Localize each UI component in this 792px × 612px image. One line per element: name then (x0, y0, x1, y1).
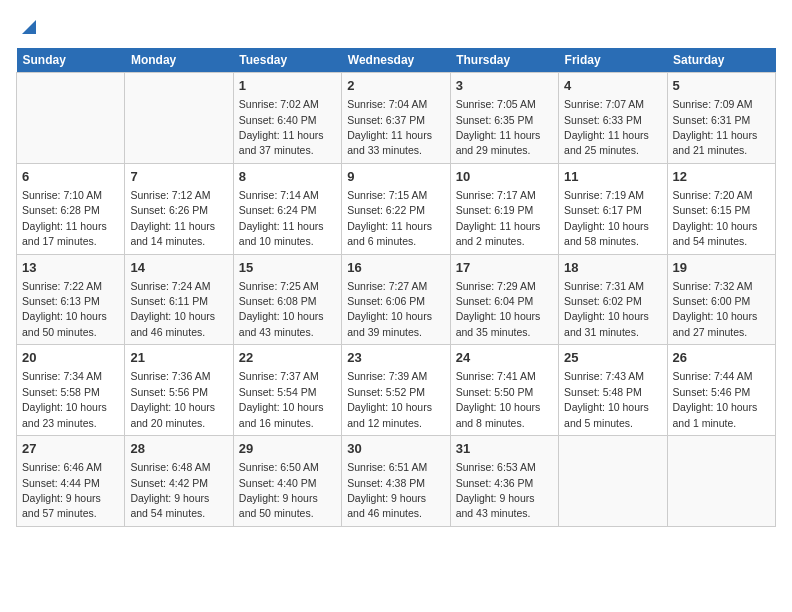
calendar-cell: 15Sunrise: 7:25 AMSunset: 6:08 PMDayligh… (233, 254, 341, 345)
svg-marker-0 (22, 20, 36, 34)
day-number: 18 (564, 259, 661, 277)
day-number: 9 (347, 168, 444, 186)
day-detail: Sunrise: 7:27 AMSunset: 6:06 PMDaylight:… (347, 280, 432, 338)
calendar-cell: 3Sunrise: 7:05 AMSunset: 6:35 PMDaylight… (450, 73, 558, 164)
calendar-week-1: 1Sunrise: 7:02 AMSunset: 6:40 PMDaylight… (17, 73, 776, 164)
calendar-cell: 21Sunrise: 7:36 AMSunset: 5:56 PMDayligh… (125, 345, 233, 436)
calendar-cell (667, 436, 775, 527)
calendar-cell: 16Sunrise: 7:27 AMSunset: 6:06 PMDayligh… (342, 254, 450, 345)
calendar-cell: 31Sunrise: 6:53 AMSunset: 4:36 PMDayligh… (450, 436, 558, 527)
day-number: 2 (347, 77, 444, 95)
day-number: 1 (239, 77, 336, 95)
day-detail: Sunrise: 7:17 AMSunset: 6:19 PMDaylight:… (456, 189, 541, 247)
calendar-cell: 5Sunrise: 7:09 AMSunset: 6:31 PMDaylight… (667, 73, 775, 164)
day-detail: Sunrise: 7:04 AMSunset: 6:37 PMDaylight:… (347, 98, 432, 156)
day-detail: Sunrise: 7:15 AMSunset: 6:22 PMDaylight:… (347, 189, 432, 247)
calendar-cell: 29Sunrise: 6:50 AMSunset: 4:40 PMDayligh… (233, 436, 341, 527)
day-number: 12 (673, 168, 770, 186)
day-number: 22 (239, 349, 336, 367)
day-number: 23 (347, 349, 444, 367)
day-number: 7 (130, 168, 227, 186)
calendar-cell: 1Sunrise: 7:02 AMSunset: 6:40 PMDaylight… (233, 73, 341, 164)
calendar-cell: 12Sunrise: 7:20 AMSunset: 6:15 PMDayligh… (667, 163, 775, 254)
day-number: 26 (673, 349, 770, 367)
calendar-cell: 9Sunrise: 7:15 AMSunset: 6:22 PMDaylight… (342, 163, 450, 254)
calendar-cell: 4Sunrise: 7:07 AMSunset: 6:33 PMDaylight… (559, 73, 667, 164)
day-detail: Sunrise: 6:51 AMSunset: 4:38 PMDaylight:… (347, 461, 427, 519)
day-detail: Sunrise: 7:07 AMSunset: 6:33 PMDaylight:… (564, 98, 649, 156)
calendar-cell: 22Sunrise: 7:37 AMSunset: 5:54 PMDayligh… (233, 345, 341, 436)
calendar-table: SundayMondayTuesdayWednesdayThursdayFrid… (16, 48, 776, 527)
day-detail: Sunrise: 7:41 AMSunset: 5:50 PMDaylight:… (456, 370, 541, 428)
calendar-cell: 27Sunrise: 6:46 AMSunset: 4:44 PMDayligh… (17, 436, 125, 527)
calendar-cell (17, 73, 125, 164)
day-detail: Sunrise: 6:48 AMSunset: 4:42 PMDaylight:… (130, 461, 210, 519)
calendar-cell: 11Sunrise: 7:19 AMSunset: 6:17 PMDayligh… (559, 163, 667, 254)
calendar-cell: 23Sunrise: 7:39 AMSunset: 5:52 PMDayligh… (342, 345, 450, 436)
calendar-cell: 28Sunrise: 6:48 AMSunset: 4:42 PMDayligh… (125, 436, 233, 527)
day-number: 21 (130, 349, 227, 367)
day-detail: Sunrise: 7:43 AMSunset: 5:48 PMDaylight:… (564, 370, 649, 428)
weekday-header-tuesday: Tuesday (233, 48, 341, 73)
day-detail: Sunrise: 7:22 AMSunset: 6:13 PMDaylight:… (22, 280, 107, 338)
calendar-cell (125, 73, 233, 164)
day-detail: Sunrise: 7:02 AMSunset: 6:40 PMDaylight:… (239, 98, 324, 156)
calendar-cell: 10Sunrise: 7:17 AMSunset: 6:19 PMDayligh… (450, 163, 558, 254)
day-number: 11 (564, 168, 661, 186)
day-detail: Sunrise: 7:14 AMSunset: 6:24 PMDaylight:… (239, 189, 324, 247)
day-detail: Sunrise: 7:12 AMSunset: 6:26 PMDaylight:… (130, 189, 215, 247)
day-number: 31 (456, 440, 553, 458)
day-number: 14 (130, 259, 227, 277)
weekday-header-saturday: Saturday (667, 48, 775, 73)
calendar-cell: 17Sunrise: 7:29 AMSunset: 6:04 PMDayligh… (450, 254, 558, 345)
day-detail: Sunrise: 7:32 AMSunset: 6:00 PMDaylight:… (673, 280, 758, 338)
calendar-cell: 18Sunrise: 7:31 AMSunset: 6:02 PMDayligh… (559, 254, 667, 345)
day-detail: Sunrise: 7:39 AMSunset: 5:52 PMDaylight:… (347, 370, 432, 428)
day-number: 30 (347, 440, 444, 458)
day-number: 16 (347, 259, 444, 277)
day-detail: Sunrise: 7:31 AMSunset: 6:02 PMDaylight:… (564, 280, 649, 338)
calendar-cell: 24Sunrise: 7:41 AMSunset: 5:50 PMDayligh… (450, 345, 558, 436)
day-number: 10 (456, 168, 553, 186)
day-number: 6 (22, 168, 119, 186)
calendar-week-2: 6Sunrise: 7:10 AMSunset: 6:28 PMDaylight… (17, 163, 776, 254)
day-number: 3 (456, 77, 553, 95)
day-detail: Sunrise: 7:09 AMSunset: 6:31 PMDaylight:… (673, 98, 758, 156)
day-detail: Sunrise: 7:36 AMSunset: 5:56 PMDaylight:… (130, 370, 215, 428)
weekday-header-friday: Friday (559, 48, 667, 73)
header (16, 16, 776, 38)
calendar-cell: 19Sunrise: 7:32 AMSunset: 6:00 PMDayligh… (667, 254, 775, 345)
day-detail: Sunrise: 7:29 AMSunset: 6:04 PMDaylight:… (456, 280, 541, 338)
calendar-cell: 7Sunrise: 7:12 AMSunset: 6:26 PMDaylight… (125, 163, 233, 254)
day-detail: Sunrise: 7:37 AMSunset: 5:54 PMDaylight:… (239, 370, 324, 428)
calendar-cell: 14Sunrise: 7:24 AMSunset: 6:11 PMDayligh… (125, 254, 233, 345)
day-detail: Sunrise: 6:50 AMSunset: 4:40 PMDaylight:… (239, 461, 319, 519)
logo-icon (18, 16, 40, 38)
day-number: 8 (239, 168, 336, 186)
weekday-header-monday: Monday (125, 48, 233, 73)
day-number: 13 (22, 259, 119, 277)
day-detail: Sunrise: 7:24 AMSunset: 6:11 PMDaylight:… (130, 280, 215, 338)
day-detail: Sunrise: 7:19 AMSunset: 6:17 PMDaylight:… (564, 189, 649, 247)
day-number: 28 (130, 440, 227, 458)
day-number: 20 (22, 349, 119, 367)
calendar-cell: 6Sunrise: 7:10 AMSunset: 6:28 PMDaylight… (17, 163, 125, 254)
weekday-header-sunday: Sunday (17, 48, 125, 73)
day-detail: Sunrise: 7:20 AMSunset: 6:15 PMDaylight:… (673, 189, 758, 247)
calendar-cell: 20Sunrise: 7:34 AMSunset: 5:58 PMDayligh… (17, 345, 125, 436)
logo (16, 16, 40, 38)
calendar-cell: 13Sunrise: 7:22 AMSunset: 6:13 PMDayligh… (17, 254, 125, 345)
calendar-week-4: 20Sunrise: 7:34 AMSunset: 5:58 PMDayligh… (17, 345, 776, 436)
day-number: 29 (239, 440, 336, 458)
day-number: 25 (564, 349, 661, 367)
day-number: 15 (239, 259, 336, 277)
day-detail: Sunrise: 7:34 AMSunset: 5:58 PMDaylight:… (22, 370, 107, 428)
calendar-cell: 30Sunrise: 6:51 AMSunset: 4:38 PMDayligh… (342, 436, 450, 527)
weekday-header-thursday: Thursday (450, 48, 558, 73)
calendar-cell: 26Sunrise: 7:44 AMSunset: 5:46 PMDayligh… (667, 345, 775, 436)
day-detail: Sunrise: 7:05 AMSunset: 6:35 PMDaylight:… (456, 98, 541, 156)
calendar-cell: 8Sunrise: 7:14 AMSunset: 6:24 PMDaylight… (233, 163, 341, 254)
calendar-cell: 2Sunrise: 7:04 AMSunset: 6:37 PMDaylight… (342, 73, 450, 164)
day-detail: Sunrise: 6:53 AMSunset: 4:36 PMDaylight:… (456, 461, 536, 519)
weekday-header-wednesday: Wednesday (342, 48, 450, 73)
